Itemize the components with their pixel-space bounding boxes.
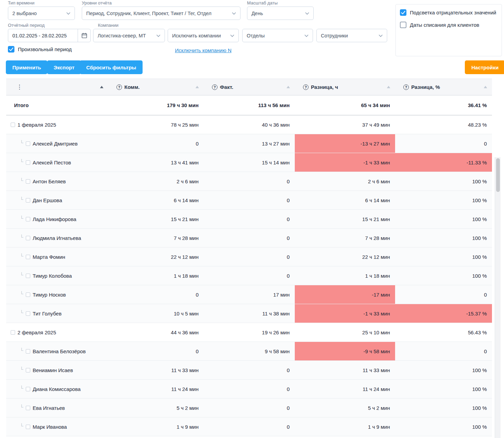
report-levels-select[interactable]: Период, Сотрудник, Клиент, Проект, Тикет…	[82, 7, 240, 20]
exclude-company-link[interactable]: Исключить компанию N	[168, 47, 239, 53]
sort-icon[interactable]	[195, 86, 199, 88]
row-expand-checkbox[interactable]	[26, 217, 30, 221]
row-expand-checkbox[interactable]	[26, 255, 30, 259]
row-label: Диана Комиссарова	[33, 386, 81, 392]
help-icon[interactable]: ?	[403, 84, 409, 90]
report-table-body: Итого 179 ч 30 мин 113 ч 56 мин 65 ч 34 …	[6, 95, 492, 436]
sort-icon[interactable]	[484, 86, 487, 88]
cell-fact: 11 ч 38 мин	[204, 304, 295, 323]
table-row[interactable]: └ 1 февраля 2025 78 ч 25 мин 40 ч 36 мин…	[6, 115, 492, 134]
table-row[interactable]: └ Дан Ершова 6 ч 14 мин 0 6 ч 14 мин 100…	[6, 191, 492, 210]
sort-icon[interactable]	[387, 86, 390, 88]
row-label: Ева Игнатьев	[33, 405, 65, 411]
table-row[interactable]: └ Валентина Белозёров 0 9 ч 58 мин -9 ч …	[6, 342, 492, 361]
export-button[interactable]: Экспорт	[47, 60, 81, 74]
table-row[interactable]: └ Ева Игнатьев 5 ч 2 мин 0 5 ч 2 мин 100…	[6, 399, 492, 417]
table-row[interactable]: └ Марк Иванова 1 ч 9 мин 0 1 ч 9 мин 100…	[6, 417, 492, 436]
column-menu-icon[interactable]: ⋮	[16, 83, 22, 91]
row-expand-checkbox[interactable]	[11, 123, 15, 127]
row-expand-checkbox[interactable]	[26, 349, 30, 354]
custom-period-option[interactable]: Произвольный период	[8, 46, 72, 53]
column-header-fact[interactable]: ? Факт.	[204, 79, 295, 95]
cell-diff-percent: 100 %	[395, 229, 492, 247]
column-header-diff-percent[interactable]: ? Разница, %	[395, 79, 492, 95]
table-row[interactable]: └ Тит Голубев 10 ч 5 мин 11 ч 38 мин -1 …	[6, 304, 492, 323]
companies-label: Компании	[98, 23, 119, 28]
table-row[interactable]: └ Марта Фомин 22 ч 12 мин 0 22 ч 12 мин …	[6, 247, 492, 266]
exclude-companies-select[interactable]: Исключить компании	[168, 29, 239, 42]
table-row[interactable]: └ Тимур Колобова 1 ч 18 мин 0 1 ч 18 мин…	[6, 266, 492, 285]
highlight-negatives-checkbox[interactable]	[400, 9, 406, 16]
report-table: ⋮ ? Комм. ? Факт.	[6, 79, 492, 436]
calendar-button[interactable]	[78, 29, 90, 42]
row-label: Тит Голубев	[33, 311, 61, 316]
table-row[interactable]: └ Людмила Игнатьева 7 ч 28 мин 0 7 ч 28 …	[6, 229, 492, 247]
row-expand-checkbox[interactable]	[26, 141, 30, 146]
writeoff-dates-checkbox[interactable]	[400, 22, 406, 28]
cell-diff-percent: 0	[395, 285, 492, 304]
report-period-value: 01.02.2025 - 28.02.2025	[8, 33, 78, 38]
column-label: Факт.	[220, 84, 233, 90]
table-row[interactable]: └ Алексей Пестов 13 ч 41 мин 15 ч 14 мин…	[6, 153, 492, 172]
employees-select[interactable]: Сотрудники	[316, 29, 387, 42]
table-header-row: ⋮ ? Комм. ? Факт.	[6, 79, 492, 95]
cell-diff-percent: 100 %	[395, 191, 492, 210]
column-label: Разница, ч	[311, 84, 338, 90]
row-expand-checkbox[interactable]	[26, 274, 30, 278]
row-expand-checkbox[interactable]	[26, 292, 30, 297]
departments-select[interactable]: Отделы	[242, 29, 313, 42]
table-row[interactable]: └ Диана Комиссарова 11 ч 24 мин 0 11 ч 2…	[6, 380, 492, 399]
row-expand-checkbox[interactable]	[26, 179, 30, 184]
custom-period-label: Произвольный период	[18, 46, 72, 52]
row-label: Тимур Колобова	[33, 273, 72, 279]
writeoff-dates-option[interactable]: Даты списания для клиентов	[400, 22, 497, 28]
scrollbar-thumb[interactable]	[496, 158, 500, 192]
vertical-scrollbar[interactable]	[495, 157, 501, 438]
row-label: Алексей Дмитриев	[33, 141, 78, 147]
cell-diff-hours: 7 ч 28 мин	[295, 229, 395, 247]
column-header-comm[interactable]: ? Комм.	[108, 79, 204, 95]
row-expand-checkbox[interactable]	[26, 387, 30, 391]
tree-connector-icon: └	[20, 291, 23, 296]
cell-fact: 13 ч 27 мин	[204, 134, 295, 153]
apply-button[interactable]: Применить	[6, 60, 47, 74]
help-icon[interactable]: ?	[116, 84, 122, 90]
cell-fact: 0	[204, 172, 295, 191]
cell-comm: 11 ч 24 мин	[108, 380, 204, 399]
report-period-input[interactable]: 01.02.2025 - 28.02.2025	[8, 29, 91, 42]
companies-select[interactable]: Логистика-север, МТ	[93, 29, 165, 42]
row-expand-checkbox[interactable]	[26, 198, 30, 203]
row-expand-checkbox[interactable]	[26, 311, 30, 316]
table-row[interactable]: └ Антон Беляев 2 ч 6 мин 0 2 ч 6 мин 100…	[6, 172, 492, 191]
custom-period-checkbox[interactable]	[8, 46, 14, 53]
row-expand-checkbox[interactable]	[26, 425, 30, 429]
row-expand-checkbox[interactable]	[26, 160, 30, 165]
employees-value: Сотрудники	[321, 33, 375, 38]
tree-connector-icon: └	[20, 159, 23, 164]
column-header-diff-hours[interactable]: ? Разница, ч	[295, 79, 395, 95]
help-icon[interactable]: ?	[303, 84, 309, 90]
table-row[interactable]: └ Тимур Носков 0 17 мин -17 мин 0	[6, 285, 492, 304]
cell-comm: 2 ч 6 мин	[108, 172, 204, 191]
cell-diff-percent: -15.37 %	[395, 304, 492, 323]
help-icon[interactable]: ?	[212, 84, 217, 90]
row-expand-checkbox[interactable]	[26, 406, 30, 410]
date-scale-select[interactable]: День	[247, 7, 314, 20]
row-expand-checkbox[interactable]	[11, 330, 15, 335]
highlight-negatives-option[interactable]: Подсветка отрицательных значений	[400, 9, 497, 16]
cell-diff-hours: 22 ч 12 мин	[295, 247, 395, 266]
row-expand-checkbox[interactable]	[26, 236, 30, 240]
table-row[interactable]: └ Лада Никифорова 15 ч 21 мин 0 15 ч 21 …	[6, 210, 492, 229]
sort-asc-icon[interactable]	[100, 86, 103, 88]
sort-icon[interactable]	[287, 86, 290, 88]
cell-fact: 0	[204, 417, 295, 436]
table-row[interactable]: └ 2 февраля 2025 44 ч 36 мин 19 ч 26 мин…	[6, 323, 492, 342]
time-type-select[interactable]: 2 выбрано	[8, 7, 75, 20]
highlight-negatives-label: Подсветка отрицательных значений	[410, 10, 496, 15]
reset-filters-button[interactable]: Сбросить фильтры	[80, 60, 143, 74]
row-expand-checkbox[interactable]	[26, 368, 30, 372]
column-header-tree[interactable]: ⋮	[6, 79, 108, 95]
table-row[interactable]: └ Вениамин Исаев 11 ч 33 мин 0 11 ч 33 м…	[6, 361, 492, 380]
settings-button[interactable]: Настройки	[465, 60, 504, 74]
table-row[interactable]: └ Алексей Дмитриев 0 13 ч 27 мин -13 ч 2…	[6, 134, 492, 153]
